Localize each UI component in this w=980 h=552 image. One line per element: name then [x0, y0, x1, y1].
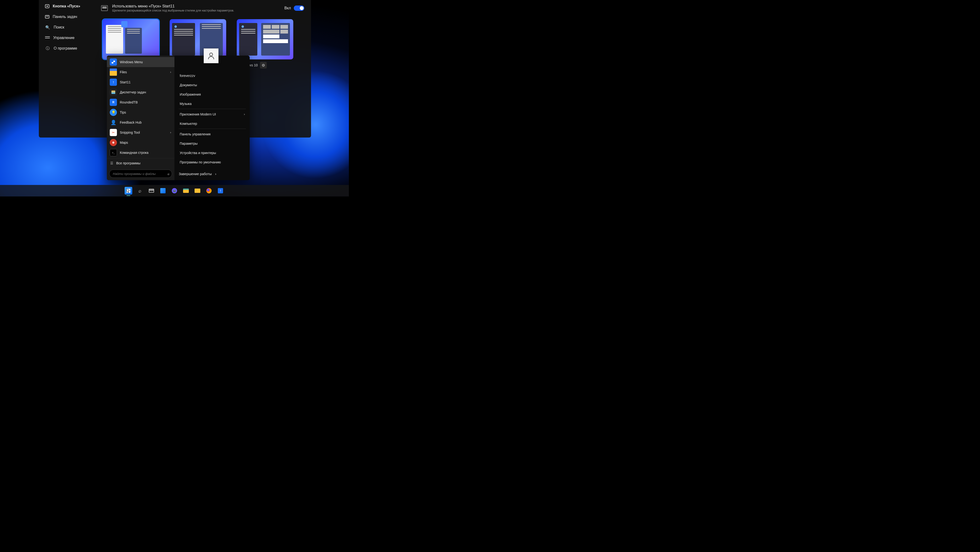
places-0[interactable]: Приложения Modern UI› — [179, 110, 246, 119]
all-programs[interactable]: ☰ Все программы — [107, 158, 175, 168]
user-avatar[interactable] — [204, 48, 218, 63]
style-thumb — [237, 19, 293, 59]
menu-item-label: Музыка — [180, 102, 192, 106]
taskbar-chat[interactable]: 📹 — [170, 187, 178, 194]
start-item-label: Files — [120, 70, 127, 74]
user-folder-2[interactable]: Музыка — [179, 99, 246, 108]
start-menu-right: foreverzzv ДокументыИзображенияМузыка Пр… — [175, 56, 250, 180]
start-item-feedback-hub[interactable]: Feedback Hub — [107, 118, 175, 127]
sidebar-item-label: Кнопка «Пуск» — [53, 4, 80, 8]
menu-item-label: Параметры — [180, 142, 198, 145]
monitor-icon — [101, 5, 108, 11]
system-link-1[interactable]: Параметры — [179, 139, 246, 148]
cmd-icon — [110, 149, 117, 156]
search-input[interactable] — [113, 172, 167, 176]
sidebar-item-taskbar[interactable]: Панель задач — [39, 11, 96, 22]
taskbar-search[interactable]: ⌕ — [136, 187, 144, 194]
user-folder-1[interactable]: Изображения — [179, 90, 246, 99]
places-1[interactable]: Компьютер — [179, 119, 246, 128]
user-folder-0[interactable]: Документы — [179, 80, 246, 90]
svg-point-0 — [210, 53, 213, 56]
taskbar-icon — [45, 15, 49, 18]
start-button-icon — [45, 4, 49, 8]
start-item-start11[interactable]: Start11 — [107, 77, 175, 87]
username[interactable]: foreverzzv — [179, 71, 246, 80]
start-item-label: Tips — [120, 110, 126, 114]
win-icon — [110, 59, 117, 66]
option-subtitle: Щелкните раскрывающийся список под выбра… — [112, 9, 234, 12]
taskbar-widgets[interactable] — [159, 187, 167, 194]
menu-item-label: Документы — [180, 83, 197, 87]
info-icon: ⓘ — [45, 46, 50, 51]
start-item-windows-menu[interactable]: Windows Menu — [107, 57, 175, 67]
search-icon[interactable]: ⌕ — [167, 172, 169, 176]
list-icon: ☰ — [110, 161, 113, 165]
chevron-right-icon: › — [244, 112, 245, 116]
svg-rect-3 — [127, 191, 129, 193]
sidebar-item-start-button[interactable]: Кнопка «Пуск» — [39, 1, 96, 11]
start-item-label: Maps — [120, 141, 128, 145]
fb-icon — [110, 119, 117, 126]
start-item-label: RoundedTB — [120, 100, 138, 104]
menu-item-label: Устройства и принтеры — [180, 151, 216, 155]
sidebar-item-label: Управление — [53, 36, 75, 40]
folder-icon — [110, 68, 117, 76]
system-link-0[interactable]: Панель управления — [179, 129, 246, 139]
toggle-label: Вкл — [285, 6, 291, 10]
sidebar-item-search[interactable]: 🔍 Поиск — [39, 22, 96, 33]
taskbar-folder[interactable] — [194, 187, 201, 194]
tips-icon — [110, 109, 117, 116]
user-icon — [207, 52, 215, 60]
sidebar-item-about[interactable]: ⓘ О программе — [39, 43, 96, 54]
start-menu-left: Windows MenuFiles›Start11Диспетчер задач… — [107, 56, 175, 180]
settings-sidebar: Кнопка «Пуск» Панель задач 🔍 Поиск Управ… — [39, 0, 96, 54]
start-menu-search[interactable]: ⌕ — [109, 170, 172, 178]
sidebar-item-label: Поиск — [54, 25, 64, 29]
gear-icon[interactable]: ⚙ — [260, 62, 267, 68]
svg-rect-1 — [127, 189, 129, 191]
style-thumb — [103, 19, 159, 59]
sidebar-item-label: О программе — [54, 46, 77, 51]
rtb-icon — [110, 99, 117, 106]
menu-item-label: Приложения Modern UI — [180, 112, 216, 116]
option-title: Использовать меню «Пуск» Start11 — [112, 4, 234, 8]
snip-icon — [110, 129, 117, 136]
sidebar-item-label: Панель задач — [53, 14, 77, 19]
menu-item-label: Изображения — [180, 92, 201, 96]
start-item-files[interactable]: Files› — [107, 67, 175, 77]
taskbar-taskview[interactable] — [148, 187, 155, 194]
start-item-task-manager[interactable]: Диспетчер задач — [107, 87, 175, 97]
menu-item-label: Программы по умолчанию — [180, 160, 221, 164]
chevron-right-icon: › — [170, 131, 171, 134]
svg-rect-2 — [129, 189, 130, 191]
start-item-roundedtb[interactable]: RoundedTB — [107, 97, 175, 107]
chevron-right-icon: › — [170, 70, 171, 74]
start-item-label: Feedback Hub — [120, 121, 142, 124]
start-item-snipping-tool[interactable]: Snipping Tool› — [107, 127, 175, 137]
system-link-3[interactable]: Программы по умолчанию — [179, 157, 246, 167]
system-link-2[interactable]: Устройства и принтеры — [179, 148, 246, 157]
taskbar-firefox[interactable] — [205, 187, 213, 194]
task-icon — [110, 89, 117, 96]
start-item-maps[interactable]: Maps — [107, 137, 175, 148]
start-menu: Windows MenuFiles›Start11Диспетчер задач… — [107, 56, 250, 180]
maps-icon — [110, 139, 117, 146]
menu-item-label: Компьютер — [180, 122, 197, 126]
shutdown-label: Завершение работы — [179, 172, 212, 176]
start-item-label: Snipping Tool — [120, 130, 140, 134]
taskbar-start11[interactable]: ↑ — [216, 187, 224, 194]
taskbar: ⌕ 📹 ↑ — [0, 185, 349, 196]
enable-toggle[interactable] — [294, 5, 304, 11]
start-item-tips[interactable]: Tips — [107, 107, 175, 118]
start-item-label: Start11 — [120, 80, 130, 84]
start-button[interactable] — [125, 187, 132, 194]
windows-icon — [126, 188, 131, 193]
taskbar-explorer[interactable] — [182, 187, 190, 194]
shutdown-button[interactable]: Завершение работы › — [179, 172, 216, 176]
start-item-label: Windows Menu — [120, 60, 143, 64]
start-item-cmd[interactable]: Командная строка — [107, 148, 175, 157]
start-item-label: Командная строка — [120, 151, 148, 154]
all-programs-label: Все программы — [116, 161, 140, 165]
sidebar-item-control[interactable]: Управление — [39, 33, 96, 43]
search-icon: 🔍 — [45, 25, 50, 30]
